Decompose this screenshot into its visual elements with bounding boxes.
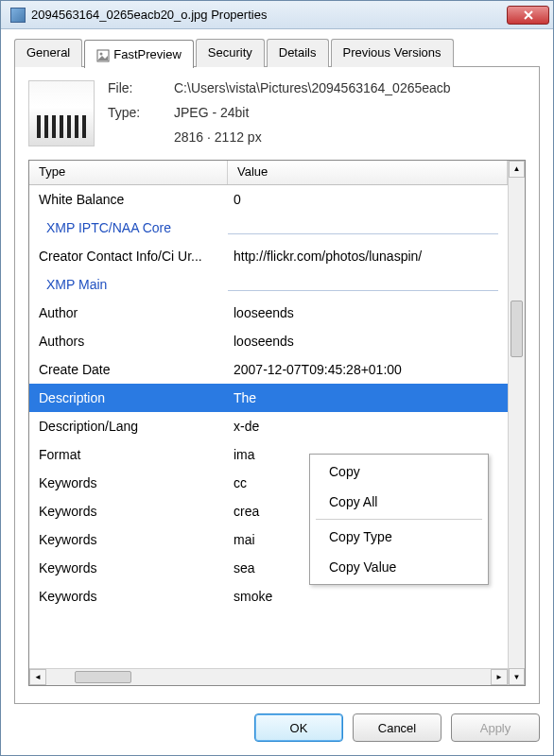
cell-type: Keywords (29, 504, 228, 519)
file-info: File: C:\Users\vista\Pictures\2094563164… (28, 80, 526, 146)
dimensions: 2816 · 2112 px (174, 129, 451, 145)
menu-copy-value[interactable]: Copy Value (312, 552, 486, 582)
cell-value: looseends (228, 305, 508, 320)
tab-fastpreview-label: FastPreview (113, 47, 182, 61)
menu-copy-type[interactable]: Copy Type (312, 522, 486, 552)
cell-type: Keywords (29, 475, 228, 490)
hscroll-track[interactable] (46, 669, 491, 685)
scroll-up-button[interactable]: ▲ (509, 161, 525, 178)
cancel-button[interactable]: Cancel (353, 713, 441, 742)
table-row[interactable]: Create Date2007-12-07T09:45:28+01:00 (29, 355, 508, 384)
cell-value (228, 274, 498, 291)
thumbnail (28, 80, 95, 146)
file-path: C:\Users\vista\Pictures\2094563164_0265e… (174, 80, 451, 95)
file-icon (10, 8, 26, 23)
cell-type: XMP IPTC/NAA Core (29, 220, 228, 235)
cell-value: smoke (228, 589, 508, 604)
property-list: Type Value White Balance0XMP IPTC/NAA Co… (28, 160, 526, 686)
cell-type: Description/Lang (29, 419, 228, 434)
type-label: Type: (108, 105, 174, 120)
cell-type: Keywords (29, 532, 228, 547)
tab-general[interactable]: General (14, 39, 82, 67)
cell-type: Keywords (29, 589, 228, 604)
cell-type: Create Date (29, 362, 228, 377)
properties-dialog: 2094563164_0265eacb20_o.jpg Properties G… (0, 0, 554, 756)
titlebar[interactable]: 2094563164_0265eacb20_o.jpg Properties (1, 1, 553, 29)
scroll-left-button[interactable]: ◄ (29, 669, 46, 685)
cell-value (228, 217, 498, 234)
section-header[interactable]: XMP Main (29, 270, 508, 299)
svg-point-1 (100, 52, 103, 55)
cell-value: http://flickr.com/photos/lunaspin/ (228, 249, 508, 264)
vertical-scrollbar[interactable]: ▲ ▼ (508, 161, 525, 685)
cell-value: 2007-12-07T09:45:28+01:00 (228, 362, 508, 377)
cell-type: XMP Main (29, 277, 228, 292)
tab-fastpreview[interactable]: FastPreview (84, 40, 194, 68)
scroll-down-button[interactable]: ▼ (509, 668, 525, 685)
tab-strip: General FastPreview Security Details Pre… (14, 39, 540, 67)
close-button[interactable] (507, 6, 549, 25)
cell-type: Description (29, 390, 228, 405)
menu-copy-all[interactable]: Copy All (312, 487, 486, 517)
horizontal-scrollbar[interactable]: ◄ ► (29, 668, 508, 685)
vscroll-track[interactable] (509, 178, 525, 668)
context-menu: Copy Copy All Copy Type Copy Value (309, 454, 489, 585)
cell-type: Author (29, 305, 228, 320)
tab-previous-versions[interactable]: Previous Versions (331, 39, 454, 67)
close-icon (523, 10, 534, 20)
image-icon (96, 49, 110, 62)
column-type[interactable]: Type (29, 161, 228, 184)
table-row[interactable]: Description/Langx-de (29, 412, 508, 440)
type-value: JPEG - 24bit (174, 105, 451, 120)
ok-button[interactable]: OK (254, 713, 343, 742)
info-grid: File: C:\Users\vista\Pictures\2094563164… (108, 80, 451, 146)
cell-type: Keywords (29, 560, 228, 576)
cell-type: Creator Contact Info/Ci Ur... (29, 249, 228, 264)
cell-value: x-de (228, 419, 508, 434)
cell-type: Format (29, 447, 228, 462)
table-row[interactable]: Keywordssmoke (29, 582, 508, 610)
scroll-right-button[interactable]: ► (491, 669, 508, 685)
dialog-content: General FastPreview Security Details Pre… (1, 29, 553, 704)
tab-security[interactable]: Security (196, 39, 265, 67)
section-header[interactable]: XMP IPTC/NAA Core (29, 214, 508, 242)
table-row[interactable]: Creator Contact Info/Ci Ur...http://flic… (29, 242, 508, 270)
hscroll-thumb[interactable] (75, 671, 131, 683)
file-label: File: (108, 80, 174, 95)
table-row[interactable]: Authorlooseends (29, 299, 508, 327)
window-title: 2094563164_0265eacb20_o.jpg Properties (31, 8, 507, 22)
table-row[interactable]: DescriptionThe (29, 384, 508, 412)
list-header: Type Value (29, 161, 508, 185)
list-body: Type Value White Balance0XMP IPTC/NAA Co… (29, 161, 508, 685)
tab-panel: File: C:\Users\vista\Pictures\2094563164… (14, 66, 540, 704)
apply-button[interactable]: Apply (451, 713, 540, 742)
menu-copy[interactable]: Copy (312, 456, 486, 487)
cell-value: The (228, 390, 508, 405)
menu-separator (316, 519, 482, 520)
tab-details[interactable]: Details (267, 39, 329, 67)
column-value[interactable]: Value (228, 161, 508, 184)
button-row: OK Cancel Apply (1, 704, 553, 755)
table-row[interactable]: Authorslooseends (29, 327, 508, 355)
vscroll-thumb[interactable] (511, 301, 523, 357)
cell-type: White Balance (29, 192, 228, 207)
table-row[interactable]: White Balance0 (29, 185, 508, 214)
cell-type: Authors (29, 334, 228, 349)
cell-value: 0 (228, 192, 508, 207)
cell-value: looseends (228, 334, 508, 349)
